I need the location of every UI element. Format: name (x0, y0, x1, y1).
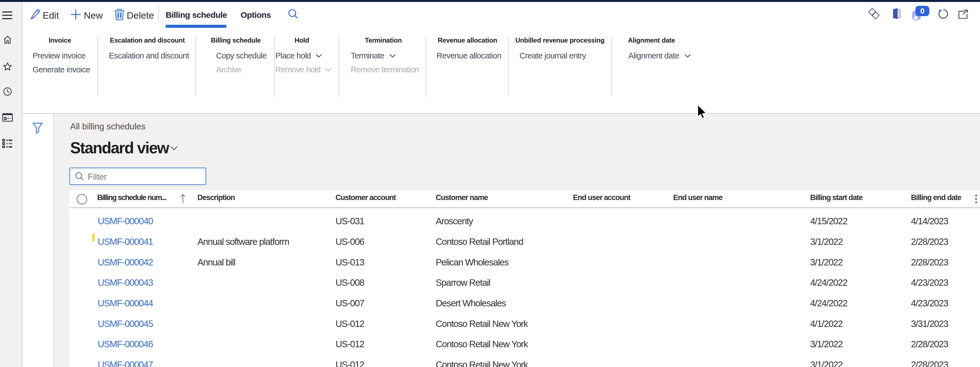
svg-text:0: 0 (920, 7, 924, 15)
